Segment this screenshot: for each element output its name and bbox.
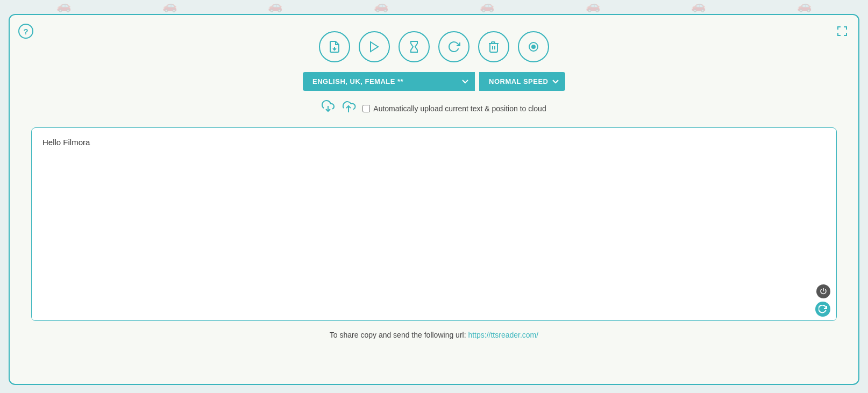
banner-icon-1: 🚗 xyxy=(56,0,71,13)
upload-row: Automatically upload current text & posi… xyxy=(26,99,842,118)
banner-icon-8: 🚗 xyxy=(797,0,812,13)
fullscreen-button[interactable] xyxy=(835,24,850,39)
speed-select[interactable]: SLOW SPEED NORMAL SPEED FAST SPEED VERY … xyxy=(479,72,565,91)
auto-upload-checkbox[interactable] xyxy=(362,105,370,112)
svg-marker-1 xyxy=(371,42,378,52)
timer-button[interactable] xyxy=(399,31,430,62)
import-file-button[interactable] xyxy=(319,31,350,62)
cloud-download-icon[interactable] xyxy=(322,99,337,118)
power-button[interactable] xyxy=(816,284,830,298)
reload-button[interactable] xyxy=(438,31,469,62)
banner-icon-7: 🚗 xyxy=(691,0,706,13)
banner-icon-3: 🚗 xyxy=(268,0,282,13)
main-container: ? xyxy=(9,14,859,385)
text-input[interactable]: Hello Filmora xyxy=(31,127,837,321)
cloud-upload-icon[interactable] xyxy=(342,99,357,118)
record-button[interactable] xyxy=(518,31,549,62)
top-banner: 🚗 🚗 🚗 🚗 🚗 🚗 🚗 🚗 xyxy=(0,0,868,12)
share-url[interactable]: https://ttsreader.com/ xyxy=(468,331,538,339)
controls-row: ENGLISH, UK, FEMALE ** ENGLISH, US, MALE… xyxy=(26,72,842,91)
banner-icon-4: 🚗 xyxy=(374,0,388,13)
svg-point-7 xyxy=(532,45,535,48)
delete-button[interactable] xyxy=(478,31,509,62)
text-area-container: Hello Filmora xyxy=(31,127,837,323)
auto-upload-label: Automatically upload current text & posi… xyxy=(362,104,546,113)
refresh-green-button[interactable] xyxy=(815,302,830,317)
banner-icon-2: 🚗 xyxy=(162,0,177,13)
share-text: To share copy and send the following url… xyxy=(26,331,842,339)
help-button[interactable]: ? xyxy=(18,24,33,39)
banner-icon-5: 🚗 xyxy=(480,0,494,13)
play-button[interactable] xyxy=(359,31,390,62)
banner-icon-6: 🚗 xyxy=(586,0,600,13)
toolbar xyxy=(26,31,842,62)
voice-select[interactable]: ENGLISH, UK, FEMALE ** ENGLISH, US, MALE… xyxy=(303,72,475,91)
